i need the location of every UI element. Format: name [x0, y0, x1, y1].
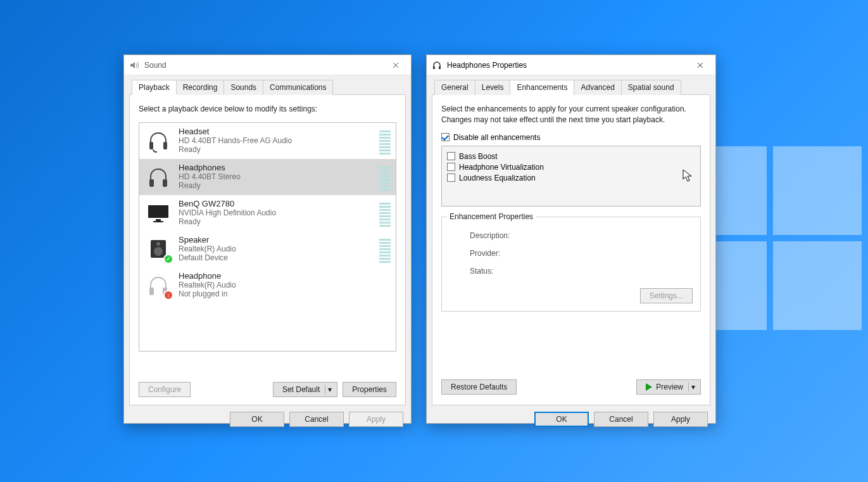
device-list[interactable]: Headset HD 4.40BT Hands-Free AG Audio Re…: [139, 122, 396, 352]
close-button[interactable]: [686, 56, 714, 75]
tab-general[interactable]: General: [434, 80, 475, 95]
enhancement-checkbox[interactable]: [447, 163, 455, 171]
tab-advanced[interactable]: Advanced: [574, 80, 621, 95]
tab-spatial-sound[interactable]: Spatial sound: [621, 80, 681, 95]
device-row[interactable]: Headphones HD 4.40BT Stereo Ready: [139, 159, 396, 195]
props-instruction: Select the enhancements to apply for you…: [441, 104, 701, 125]
set-default-button[interactable]: Set Default ▾: [273, 382, 337, 397]
svg-rect-3: [163, 179, 167, 187]
tab-recording[interactable]: Recording: [176, 80, 225, 95]
sound-instruction: Select a playback device below to modify…: [139, 104, 396, 115]
svg-rect-13: [439, 67, 441, 69]
svg-rect-4: [148, 205, 168, 218]
apply-button[interactable]: Apply: [653, 412, 708, 427]
device-status: Ready: [179, 145, 375, 154]
device-row[interactable]: Speaker Realtek(R) Audio Default Device: [139, 231, 396, 267]
ok-button[interactable]: OK: [230, 412, 284, 427]
enhancement-row[interactable]: Bass Boost: [447, 152, 695, 161]
svg-rect-2: [149, 179, 154, 187]
enhancement-label: Bass Boost: [459, 152, 498, 161]
group-title: Enhancement Properties: [447, 212, 536, 221]
device-sub: Realtek(R) Audio: [179, 281, 375, 289]
disable-all-label: Disable all enhancements: [453, 133, 540, 142]
ok-button[interactable]: OK: [534, 412, 589, 427]
svg-rect-12: [433, 67, 435, 69]
svg-rect-0: [149, 142, 153, 149]
chevron-down-icon[interactable]: ▾: [325, 385, 334, 394]
headphones-icon: [432, 60, 442, 70]
enhancement-properties-group: Enhancement Properties Description: Prov…: [441, 217, 701, 312]
cancel-button[interactable]: Cancel: [594, 412, 648, 427]
tab-levels[interactable]: Levels: [475, 80, 511, 95]
device-sub: NVIDIA High Definition Audio: [179, 208, 375, 217]
cancel-button[interactable]: Cancel: [289, 412, 344, 427]
sound-titlebar[interactable]: Sound: [124, 55, 411, 75]
settings-button[interactable]: Settings...: [640, 288, 693, 303]
sound-dialog: Sound Playback Recording Sounds Communic…: [123, 54, 412, 424]
svg-point-9: [156, 242, 160, 246]
props-titlebar[interactable]: Headphones Properties: [427, 55, 715, 75]
tab-enhancements[interactable]: Enhancements: [510, 80, 574, 95]
close-button[interactable]: [382, 56, 410, 75]
vu-meter: [379, 163, 391, 191]
headphones-icon: [144, 163, 172, 191]
enhancement-row[interactable]: Headphone Virtualization: [447, 163, 695, 172]
device-sub: HD 4.40BT Stereo: [179, 172, 375, 181]
device-row[interactable]: Headset HD 4.40BT Hands-Free AG Audio Re…: [139, 123, 396, 159]
enhancement-checkbox[interactable]: [447, 152, 455, 160]
configure-button[interactable]: Configure: [139, 382, 191, 397]
device-sub: Realtek(R) Audio: [179, 244, 375, 253]
check-badge-icon: [163, 254, 173, 264]
svg-point-8: [154, 247, 163, 256]
disable-all-row[interactable]: Disable all enhancements: [441, 133, 701, 142]
speaker-icon: [144, 235, 172, 263]
vu-meter: [379, 199, 391, 227]
tab-sounds[interactable]: Sounds: [223, 80, 263, 95]
device-status: Default Device: [179, 253, 375, 262]
set-default-label: Set Default: [282, 385, 320, 394]
down-badge-icon: [163, 290, 173, 300]
enhancement-checkbox[interactable]: [447, 174, 455, 182]
device-row[interactable]: Headphone Realtek(R) Audio Not plugged i…: [139, 267, 396, 303]
enhancement-row[interactable]: Loudness Equalization: [447, 174, 695, 182]
device-name: Headphone: [179, 271, 375, 281]
tab-playback[interactable]: Playback: [132, 80, 177, 95]
provider-label: Provider:: [470, 249, 527, 258]
vu-meter: [379, 235, 391, 263]
enhancement-label: Headphone Virtualization: [459, 163, 544, 172]
enhancement-label: Loudness Equalization: [459, 174, 536, 182]
svg-rect-6: [153, 221, 163, 222]
apply-button[interactable]: Apply: [349, 412, 403, 427]
monitor-icon: [144, 199, 172, 227]
enhancements-list[interactable]: Bass Boost Headphone Virtualization Loud…: [441, 146, 701, 206]
disable-all-checkbox[interactable]: [441, 133, 450, 141]
device-status: Ready: [179, 217, 375, 226]
svg-rect-10: [149, 288, 154, 295]
preview-button[interactable]: Preview ▾: [636, 379, 701, 395]
props-footer: OK Cancel Apply: [427, 405, 715, 433]
restore-defaults-button[interactable]: Restore Defaults: [441, 379, 517, 395]
device-status: Ready: [179, 181, 375, 190]
sound-tabs: Playback Recording Sounds Communications: [129, 79, 406, 95]
chevron-down-icon[interactable]: ▾: [688, 383, 698, 391]
preview-label: Preview: [656, 383, 683, 391]
device-name: Speaker: [179, 235, 375, 244]
vu-meter: [379, 127, 391, 155]
headphones-icon: [144, 271, 172, 299]
status-label: Status:: [470, 267, 527, 276]
vu-meter: [379, 271, 391, 299]
properties-button[interactable]: Properties: [343, 382, 396, 397]
svg-rect-5: [156, 219, 161, 221]
headphones-properties-dialog: Headphones Properties General Levels Enh…: [426, 54, 716, 424]
device-status: Not plugged in: [179, 289, 375, 298]
speaker-icon: [129, 60, 139, 70]
device-row[interactable]: BenQ GW2780 NVIDIA High Definition Audio…: [139, 195, 396, 231]
device-name: BenQ GW2780: [179, 199, 375, 208]
tab-communications[interactable]: Communications: [263, 80, 333, 95]
description-label: Description:: [470, 231, 527, 240]
device-sub: HD 4.40BT Hands-Free AG Audio: [179, 136, 375, 145]
device-name: Headset: [179, 127, 375, 136]
headset-icon: [144, 127, 172, 155]
svg-rect-1: [163, 142, 167, 149]
props-title: Headphones Properties: [447, 61, 686, 70]
